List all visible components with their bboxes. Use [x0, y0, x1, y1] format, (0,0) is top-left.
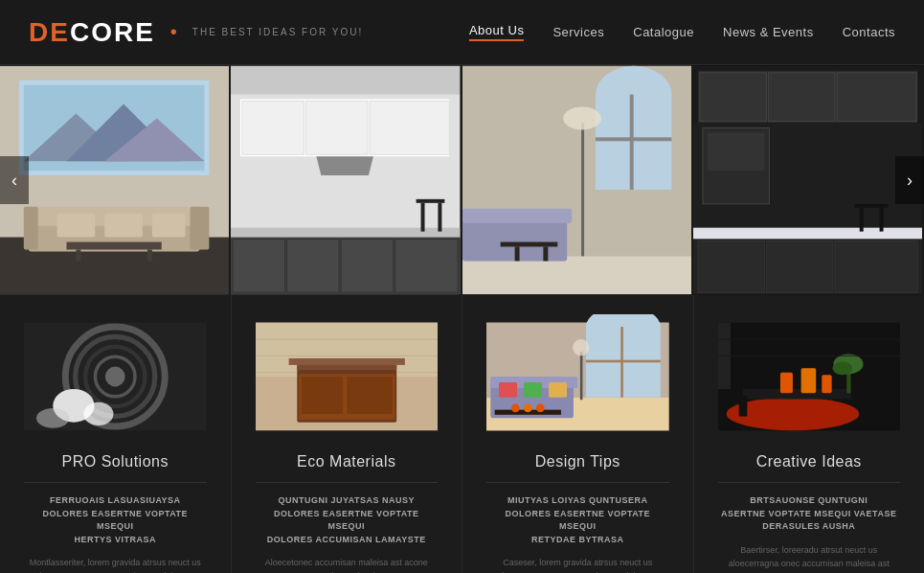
- svg-rect-31: [417, 199, 445, 203]
- logo-tagline: THE BEST IDEAS FOR YOU!: [192, 27, 363, 37]
- col-1-image: [24, 314, 207, 439]
- svg-rect-95: [580, 352, 583, 400]
- svg-rect-89: [586, 360, 661, 363]
- svg-rect-39: [595, 137, 670, 141]
- prev-slide-button[interactable]: ‹: [0, 156, 29, 204]
- svg-point-68: [105, 367, 125, 387]
- svg-rect-93: [524, 382, 542, 398]
- slide-4: [693, 65, 924, 295]
- svg-rect-106: [779, 373, 792, 394]
- svg-point-96: [573, 339, 589, 355]
- svg-point-98: [511, 404, 520, 413]
- svg-rect-38: [629, 95, 633, 190]
- col-3-image: [486, 314, 669, 439]
- slide-2: [231, 65, 462, 295]
- col-4-title: Creative Ideas: [718, 453, 901, 470]
- slide-1: [0, 65, 231, 295]
- nav-about[interactable]: About Us: [469, 23, 524, 41]
- svg-rect-32: [421, 203, 425, 232]
- svg-rect-16: [147, 249, 152, 261]
- svg-rect-61: [859, 208, 863, 232]
- col-pro-solutions: PRO Solutions FERRUOAIS LASUASIUAYSA DOL…: [0, 295, 232, 573]
- col-4-body: Baertirser, loreeradu atrsut neuct us al…: [718, 543, 901, 574]
- svg-rect-30: [395, 240, 459, 293]
- svg-rect-49: [700, 73, 766, 122]
- svg-rect-92: [499, 382, 517, 398]
- svg-rect-59: [835, 241, 917, 293]
- svg-rect-55: [693, 228, 922, 240]
- svg-rect-51: [837, 73, 916, 122]
- svg-rect-60: [855, 204, 889, 208]
- svg-rect-54: [708, 132, 765, 171]
- svg-rect-79: [288, 358, 404, 365]
- header: DECORE • THE BEST IDEAS FOR YOU! About U…: [0, 0, 924, 65]
- image-slider: ‹: [0, 65, 924, 295]
- svg-rect-94: [549, 382, 567, 398]
- svg-rect-57: [698, 241, 764, 293]
- col-4-image: [718, 314, 901, 439]
- svg-rect-15: [76, 249, 80, 261]
- svg-rect-43: [462, 209, 572, 223]
- col-2-image: [256, 314, 439, 439]
- svg-rect-103: [742, 389, 850, 399]
- svg-rect-14: [66, 242, 161, 250]
- col-1-title: PRO Solutions: [24, 453, 207, 470]
- svg-point-70: [83, 402, 113, 425]
- svg-rect-13: [152, 214, 186, 238]
- svg-point-111: [832, 361, 852, 375]
- nav-contacts[interactable]: Contacts: [843, 25, 895, 39]
- col-3-divider: [486, 482, 669, 483]
- col-3-subtitle: MIUTYAS LOIYAS QUNTUSERA DOLORES EASERTN…: [486, 494, 669, 546]
- svg-rect-33: [439, 203, 442, 232]
- logo-de: DE: [29, 17, 70, 47]
- svg-rect-82: [347, 377, 393, 414]
- col-1-divider: [24, 482, 207, 483]
- nav-catalogue[interactable]: Catalogue: [633, 25, 694, 39]
- svg-rect-22: [306, 102, 369, 155]
- svg-rect-11: [57, 214, 96, 238]
- svg-rect-108: [822, 375, 831, 393]
- svg-rect-21: [242, 102, 304, 155]
- svg-point-99: [524, 404, 532, 413]
- svg-point-71: [36, 408, 70, 428]
- svg-point-100: [536, 404, 545, 413]
- nav-news[interactable]: News & Events: [723, 25, 814, 39]
- col-design-tips: Design Tips MIUTYAS LOIYAS QUNTUSERA DOL…: [462, 295, 694, 573]
- svg-rect-107: [800, 368, 816, 393]
- col-2-subtitle: QUNTUGNI JUYATSAS NAUSY DOLORES EASERTNE…: [256, 494, 439, 546]
- col-2-body: Aloecetonec accumisan maleisa ast acone …: [256, 556, 439, 573]
- svg-rect-27: [233, 240, 285, 293]
- svg-rect-105: [871, 396, 880, 417]
- svg-rect-29: [341, 240, 394, 293]
- svg-rect-25: [231, 228, 460, 238]
- svg-rect-28: [287, 240, 340, 293]
- logo-core: CORE: [70, 17, 155, 47]
- content-grid: PRO Solutions FERRUOAIS LASUASIUAYSA DOL…: [0, 295, 924, 573]
- logo-dot: •: [170, 21, 177, 43]
- svg-rect-10: [191, 207, 210, 250]
- col-4-subtitle: BRTSAUONSE QUNTUGNI ASERTNE VOPTATE MSEQ…: [718, 494, 901, 534]
- svg-marker-24: [317, 156, 374, 175]
- svg-rect-9: [24, 207, 38, 250]
- col-2-title: Eco Materials: [256, 453, 439, 470]
- col-1-body: Montlasseriter, lorem gravida atrsus neu…: [24, 556, 207, 573]
- svg-rect-12: [104, 214, 143, 238]
- svg-rect-18: [231, 66, 460, 95]
- col-3-body: Caseser, lorem gravida atrsus neuct us a…: [486, 556, 669, 573]
- svg-rect-44: [500, 242, 557, 247]
- svg-rect-81: [301, 377, 342, 414]
- svg-rect-40: [581, 123, 584, 256]
- svg-rect-104: [738, 396, 747, 417]
- col-creative-ideas: Creative Ideas BRTSAUONSE QUNTUGNI ASERT…: [694, 295, 925, 573]
- col-1-subtitle: FERRUOAIS LASUASIUAYSA DOLORES EASERTNE …: [24, 494, 207, 546]
- slide-3: [462, 65, 693, 295]
- next-slide-button[interactable]: ›: [895, 156, 924, 204]
- col-3-title: Design Tips: [486, 453, 669, 470]
- col-2-divider: [256, 482, 439, 483]
- svg-rect-23: [370, 102, 449, 155]
- col-eco-materials: Eco Materials QUNTUGNI JUYATSAS NAUSY DO…: [232, 295, 463, 573]
- svg-rect-62: [879, 208, 883, 232]
- nav-services[interactable]: Services: [552, 25, 604, 39]
- svg-rect-46: [543, 246, 548, 261]
- svg-rect-50: [768, 73, 834, 122]
